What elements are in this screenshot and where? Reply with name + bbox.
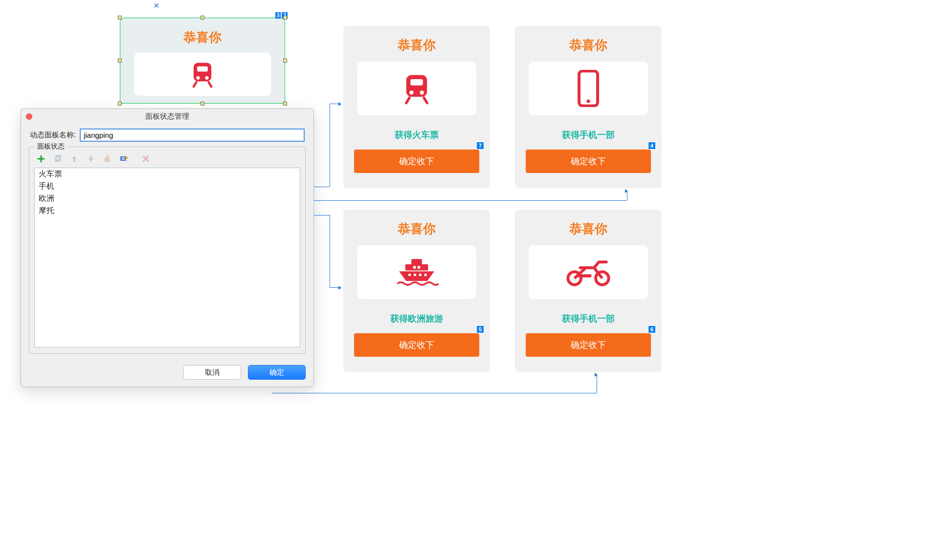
confirm-button-label: 确定收下	[571, 340, 606, 350]
resize-handle[interactable]	[201, 16, 204, 20]
motorcycle-icon	[564, 257, 613, 288]
icon-box	[357, 62, 476, 115]
svg-rect-24	[120, 156, 126, 161]
svg-point-3	[205, 76, 208, 80]
svg-point-16	[414, 274, 416, 276]
badge-number: 3	[275, 12, 281, 19]
panel-name-label: 动态面板名称:	[30, 130, 76, 140]
prize-card-train: 恭喜你 获得火车票 确定收下 7	[343, 26, 490, 188]
edit-all-icon[interactable]	[119, 154, 129, 164]
icon-box	[134, 53, 271, 96]
resize-handle[interactable]	[283, 59, 287, 63]
congrats-title: 恭喜你	[120, 18, 285, 46]
congrats-title: 恭喜你	[526, 220, 651, 237]
svg-point-2	[196, 76, 200, 80]
svg-marker-12	[399, 271, 434, 281]
confirm-button-label: 确定收下	[399, 340, 434, 350]
states-toolbar	[34, 152, 300, 168]
confirm-button[interactable]: 确定收下 6	[526, 333, 651, 357]
badge-number: 5	[476, 325, 484, 333]
panel-state-dialog: 面板状态管理 动态面板名称: 面板状态	[21, 108, 314, 387]
close-icon[interactable]: ×	[154, 0, 159, 11]
prize-card-motorcycle: 恭喜你 获得手机一部 确定收下 6	[515, 210, 662, 372]
resize-handle[interactable]	[118, 59, 122, 63]
state-item[interactable]: 摩托	[35, 205, 300, 217]
svg-point-6	[409, 90, 414, 95]
icon-box	[529, 245, 648, 299]
resize-handle[interactable]	[201, 102, 204, 106]
svg-rect-23	[105, 158, 110, 162]
ok-button[interactable]: 确定	[248, 365, 306, 380]
state-item[interactable]: 火车票	[35, 168, 300, 180]
connector-line	[303, 200, 627, 201]
svg-rect-4	[406, 75, 427, 97]
train-icon	[188, 60, 217, 88]
prize-label: 获得火车票	[354, 129, 479, 141]
edit-state-icon[interactable]	[103, 154, 112, 164]
ship-icon	[395, 255, 439, 289]
svg-rect-11	[405, 264, 428, 271]
icon-box	[529, 62, 648, 115]
train-icon	[400, 72, 433, 105]
connector-line	[627, 191, 627, 200]
connector-arrow	[330, 287, 340, 288]
dialog-buttons: 取消 确定	[183, 365, 306, 380]
resize-handle[interactable]	[118, 16, 122, 20]
confirm-button-label: 确定收下	[571, 156, 606, 166]
prize-label: 获得手机一部	[526, 313, 651, 324]
congrats-title: 恭喜你	[354, 37, 479, 54]
congrats-title: 恭喜你	[354, 220, 479, 237]
state-list[interactable]: 火车票 手机 欧洲 摩托	[34, 168, 300, 347]
connector-line	[330, 215, 330, 287]
confirm-button-label: 确定收下	[399, 156, 434, 166]
delete-state-icon[interactable]	[141, 154, 151, 164]
badge-number: 7	[476, 142, 484, 150]
resize-handle[interactable]	[283, 102, 287, 106]
confirm-button[interactable]: 确定收下 5	[354, 333, 479, 357]
prize-label: 获得手机一部	[526, 129, 651, 141]
svg-rect-0	[194, 63, 211, 81]
svg-rect-1	[197, 66, 208, 72]
state-item[interactable]: 欧洲	[35, 193, 300, 205]
resize-handle[interactable]	[283, 16, 287, 20]
duplicate-state-icon[interactable]	[53, 154, 63, 164]
svg-rect-14	[418, 266, 420, 268]
icon-box	[357, 245, 476, 299]
svg-rect-13	[413, 266, 416, 268]
connector-line	[272, 393, 597, 393]
dialog-titlebar[interactable]: 面板状态管理	[21, 109, 313, 124]
panel-name-field-row: 动态面板名称:	[21, 124, 313, 145]
resize-handle[interactable]	[118, 102, 122, 106]
move-up-icon[interactable]	[69, 154, 79, 164]
dialog-title: 面板状态管理	[21, 112, 313, 121]
panel-name-input[interactable]	[80, 129, 305, 142]
confirm-button[interactable]: 确定收下 7	[354, 150, 479, 173]
badge-number: 6	[648, 325, 656, 333]
connector-arrow	[330, 104, 340, 104]
prize-card-ship: 恭喜你 获得欧洲旅游 确定收下 5	[343, 210, 490, 372]
prize-card-phone: 恭喜你 获得手机一部 确定收下 4	[515, 26, 662, 188]
connector-line	[272, 393, 272, 393]
svg-rect-5	[410, 79, 423, 86]
cancel-button[interactable]: 取消	[183, 365, 241, 380]
panel-states-fieldset: 面板状态 火车票 手	[29, 147, 306, 354]
window-close-icon[interactable]	[26, 113, 32, 120]
prize-label: 获得欧洲旅游	[354, 313, 479, 324]
connector-line	[330, 104, 330, 187]
selected-dynamic-panel[interactable]: 3 3 恭喜你	[120, 18, 285, 104]
confirm-button[interactable]: 确定收下 4	[526, 150, 651, 173]
svg-point-17	[419, 274, 422, 276]
move-down-icon[interactable]	[86, 154, 96, 164]
svg-point-18	[424, 274, 426, 276]
connector-line	[597, 374, 597, 393]
phone-icon	[576, 70, 601, 107]
svg-rect-10	[411, 259, 422, 265]
badge-number: 4	[648, 142, 656, 150]
svg-point-7	[420, 90, 424, 95]
state-item[interactable]: 手机	[35, 180, 300, 193]
congrats-title: 恭喜你	[526, 37, 651, 54]
fieldset-legend: 面板状态	[34, 142, 67, 151]
add-state-icon[interactable]	[36, 154, 46, 164]
svg-point-9	[586, 100, 590, 103]
svg-point-15	[408, 274, 411, 276]
